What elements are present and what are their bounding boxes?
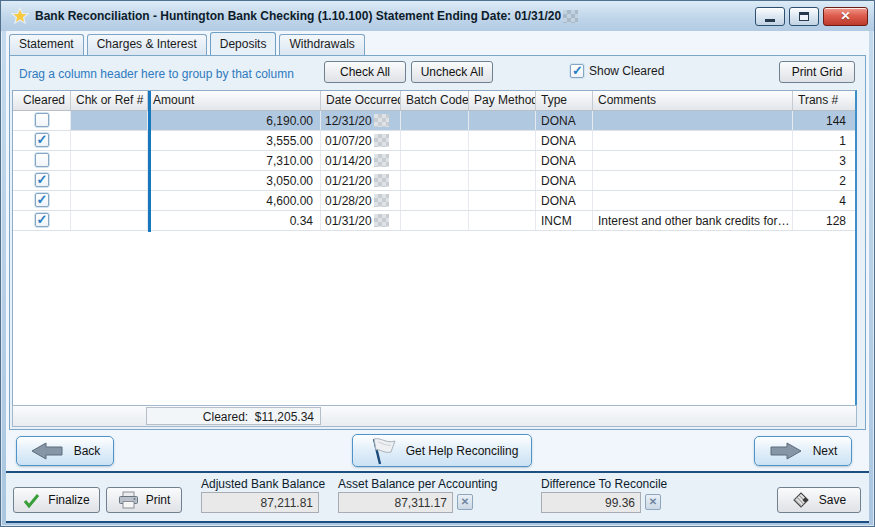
column-header-trans-no[interactable]: Trans # xyxy=(793,91,855,110)
print-button[interactable]: Print xyxy=(106,487,182,513)
cell-chk-or-ref xyxy=(71,151,148,170)
column-header-amount[interactable]: Amount xyxy=(148,91,321,110)
print-grid-button[interactable]: Print Grid xyxy=(779,61,855,83)
column-header-date-occurred[interactable]: Date Occurred xyxy=(321,91,401,110)
clear-x-icon: ✕ xyxy=(649,496,657,507)
cell-type: DONA xyxy=(536,131,593,150)
column-header-batch-code[interactable]: Batch Code xyxy=(401,91,469,110)
frozen-column-divider xyxy=(148,91,151,232)
cell-chk-or-ref xyxy=(71,191,148,210)
cell-pay-method xyxy=(469,171,536,190)
minimize-icon xyxy=(765,19,775,22)
cell-chk-or-ref xyxy=(71,211,148,230)
clear-asset-balance-button[interactable]: ✕ xyxy=(457,494,473,510)
clear-difference-button[interactable]: ✕ xyxy=(645,494,661,510)
group-by-hint[interactable]: Drag a column header here to group by th… xyxy=(19,67,294,81)
column-header-chk-or-ref[interactable]: Chk or Ref # xyxy=(71,91,148,110)
tab-statement[interactable]: Statement xyxy=(9,34,84,55)
back-button[interactable]: Back xyxy=(16,436,114,466)
column-header-cleared[interactable]: Cleared xyxy=(13,91,71,110)
show-cleared-checkbox[interactable] xyxy=(570,64,584,78)
cell-type: DONA xyxy=(536,191,593,210)
table-row[interactable]: 3,555.00 01/07/20 DONA 1 xyxy=(13,131,855,151)
get-help-reconciling-button[interactable]: Get Help Reconciling xyxy=(352,434,532,467)
cell-comments xyxy=(593,191,793,210)
tab-withdrawals[interactable]: Withdrawals xyxy=(279,34,364,55)
cell-type: DONA xyxy=(536,151,593,170)
column-header-comments[interactable]: Comments xyxy=(593,91,793,110)
tab-charges-interest[interactable]: Charges & Interest xyxy=(87,34,207,55)
table-row[interactable]: 4,600.00 01/28/20 DONA 4 xyxy=(13,191,855,211)
title-redaction xyxy=(563,10,578,23)
white-flag-icon xyxy=(366,437,396,465)
cell-type: INCM xyxy=(536,211,593,230)
cell-comments xyxy=(593,151,793,170)
title-bar[interactable]: Bank Reconciliation - Huntington Bank Ch… xyxy=(1,1,874,31)
cell-amount: 7,310.00 xyxy=(148,151,321,170)
table-row[interactable]: 3,050.00 01/21/20 DONA 2 xyxy=(13,171,855,191)
cell-comments xyxy=(593,111,793,130)
cleared-total-value: $11,205.34 xyxy=(255,410,314,424)
cell-pay-method xyxy=(469,191,536,210)
show-cleared-label: Show Cleared xyxy=(589,64,664,78)
tab-deposits[interactable]: Deposits xyxy=(210,32,277,55)
finalize-button[interactable]: Finalize xyxy=(13,487,100,513)
table-row[interactable]: 0.34 01/31/20 INCM Interest and other ba… xyxy=(13,211,855,231)
cleared-checkbox[interactable] xyxy=(35,173,49,187)
show-cleared-toggle[interactable]: Show Cleared xyxy=(570,64,664,78)
asset-balance-field: 87,311.17 xyxy=(338,492,453,513)
next-button[interactable]: Next xyxy=(754,436,852,466)
cell-batch-code xyxy=(401,131,469,150)
maximize-button[interactable] xyxy=(789,7,819,26)
cell-pay-method xyxy=(469,131,536,150)
deposits-grid: Cleared Chk or Ref # Amount Date Occurre… xyxy=(12,90,857,406)
cell-type: DONA xyxy=(536,171,593,190)
cleared-checkbox[interactable] xyxy=(35,213,49,227)
arrow-left-icon xyxy=(30,442,64,460)
date-redaction xyxy=(374,174,389,187)
date-redaction xyxy=(374,154,389,167)
bank-reconciliation-window: Bank Reconciliation - Huntington Bank Ch… xyxy=(0,0,875,527)
cell-amount: 3,050.00 xyxy=(148,171,321,190)
cell-batch-code xyxy=(401,151,469,170)
cell-date-occurred: 01/07/20 xyxy=(321,131,401,150)
cleared-checkbox[interactable] xyxy=(35,153,49,167)
cell-trans-no: 2 xyxy=(793,171,855,190)
cell-chk-or-ref xyxy=(71,111,148,130)
cell-amount: 6,190.00 xyxy=(148,111,321,130)
save-button[interactable]: Save xyxy=(777,487,861,513)
cleared-checkbox[interactable] xyxy=(35,133,49,147)
clear-x-icon: ✕ xyxy=(461,496,469,507)
date-redaction xyxy=(374,214,389,227)
cell-batch-code xyxy=(401,191,469,210)
table-row[interactable]: 7,310.00 01/14/20 DONA 3 xyxy=(13,151,855,171)
minimize-button[interactable] xyxy=(755,7,785,26)
table-row[interactable]: 6,190.00 12/31/20 DONA 144 xyxy=(13,111,855,131)
uncheck-all-button[interactable]: Uncheck All xyxy=(411,61,493,83)
printer-icon xyxy=(118,491,139,509)
cleared-checkbox[interactable] xyxy=(35,113,49,127)
date-redaction xyxy=(374,134,389,147)
arrow-right-icon xyxy=(769,442,803,460)
bottom-bar: Finalize Print Adjusted Bank Balance 87,… xyxy=(6,473,869,523)
column-header-type[interactable]: Type xyxy=(536,91,593,110)
cell-date-occurred: 01/21/20 xyxy=(321,171,401,190)
cell-date-occurred: 01/28/20 xyxy=(321,191,401,210)
cell-amount: 0.34 xyxy=(148,211,321,230)
check-all-button[interactable]: Check All xyxy=(324,61,406,83)
star-icon xyxy=(11,7,29,25)
cell-batch-code xyxy=(401,111,469,130)
difference-to-reconcile-label: Difference To Reconcile xyxy=(541,477,667,491)
cell-date-occurred: 01/31/20 xyxy=(321,211,401,230)
column-header-pay-method[interactable]: Pay Method xyxy=(469,91,536,110)
close-button[interactable]: ✕ xyxy=(823,7,868,26)
cell-pay-method xyxy=(469,151,536,170)
cell-date-occurred: 01/14/20 xyxy=(321,151,401,170)
window-title: Bank Reconciliation - Huntington Bank Ch… xyxy=(35,9,561,23)
date-redaction xyxy=(374,194,389,207)
date-redaction xyxy=(374,114,389,127)
cleared-checkbox[interactable] xyxy=(35,193,49,207)
adjusted-bank-balance-field: 87,211.81 xyxy=(201,492,319,513)
save-disk-icon xyxy=(792,491,810,509)
cell-comments: Interest and other bank credits for Ba..… xyxy=(593,211,793,230)
